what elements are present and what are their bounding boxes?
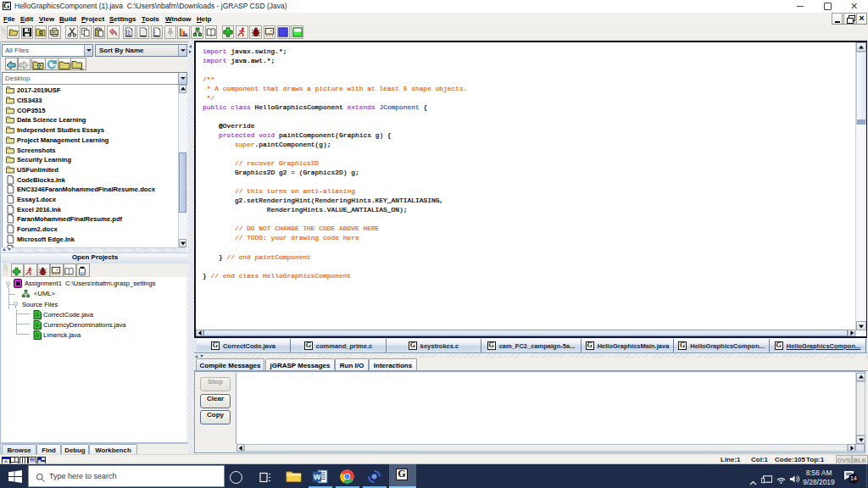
svg-text:W: W xyxy=(314,473,321,481)
svg-text:B: B xyxy=(40,31,43,36)
